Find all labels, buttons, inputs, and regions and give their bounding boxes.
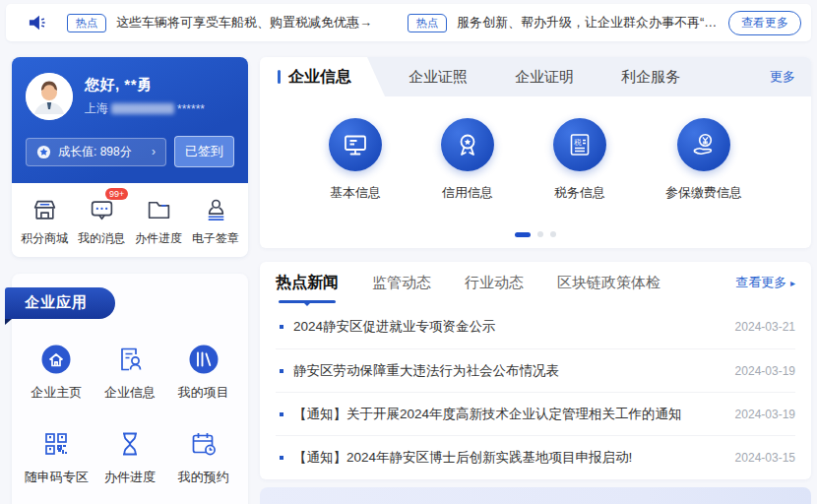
apps-grid: 企业主页 企业信息 (12, 343, 248, 504)
hourglass-icon (94, 427, 167, 461)
news-item[interactable]: 静安区劳动保障重大违法行为社会公布情况表 2024-03-19 (276, 348, 795, 392)
tab-industry-updates[interactable]: 行业动态 (465, 262, 524, 303)
services-row: 基本信息 信用信息 (260, 96, 811, 202)
company-info-icon (94, 343, 167, 376)
app-item-case-progress[interactable]: 办件进度 (94, 427, 167, 486)
stamp-icon (188, 195, 243, 224)
app-label: 我的项目 (166, 384, 240, 402)
view-more-link[interactable]: 查看更多 ▸ (735, 274, 795, 291)
announcement-item[interactable]: 热点 这些车辆将可享受车船税、购置税减免优惠→ (67, 14, 408, 32)
service-insurance-payment-info[interactable]: 参保缴费信息 (665, 118, 742, 202)
redacted-text (111, 103, 174, 114)
bullet-icon (280, 412, 283, 416)
app-label: 办件进度 (94, 469, 167, 486)
tab-regulatory-updates[interactable]: 监管动态 (372, 262, 431, 303)
app-item-suishen-code[interactable]: 随申码专区 (20, 427, 94, 486)
view-more-button[interactable]: 查看更多 (728, 11, 801, 35)
growth-value-label: 成长值: 898分 (58, 144, 152, 160)
quick-action-label: 电子签章 (188, 230, 243, 247)
services-tabbar: 企业信息 企业证照 企业证明 利企服务 更多 (260, 57, 811, 96)
announcement-bar: 热点 这些车辆将可享受车船税、购置税减免优惠→ 热点 服务创新、帮办升级，让企业… (6, 4, 811, 41)
quick-action-e-signature[interactable]: 电子签章 (188, 195, 243, 247)
news-date: 2024-03-21 (735, 320, 795, 334)
news-item[interactable]: 【通知】关于开展2024年度高新技术企业认定管理相关工作的通知 2024-03-… (276, 392, 795, 435)
hot-badge: 热点 (408, 14, 447, 32)
projects-icon (166, 343, 240, 376)
app-item-company-homepage[interactable]: 企业主页 (20, 343, 94, 402)
signed-in-button[interactable]: 已签到 (174, 136, 234, 167)
speaker-icon (28, 13, 49, 32)
quick-action-my-messages[interactable]: 99+ 我的消息 (74, 195, 129, 247)
active-tab-marker (278, 70, 281, 84)
home-icon (20, 343, 94, 376)
profile-card-top: 您好, **勇 上海 ****** 成长值: (12, 57, 248, 183)
more-link[interactable]: 更多 (770, 57, 811, 96)
carousel-dot[interactable] (537, 231, 543, 237)
quick-action-label: 我的消息 (74, 230, 129, 247)
growth-value-bar[interactable]: 成长值: 898分 › (26, 138, 166, 166)
news-item[interactable]: 2024静安区促进就业专项资金公示 2024-03-21 (276, 305, 795, 348)
hand-yuan-icon (677, 118, 730, 171)
bullet-icon (280, 325, 283, 329)
bullet-icon (280, 456, 283, 460)
tab-enterprise-certificates[interactable]: 企业证明 (491, 57, 597, 96)
quick-actions: 积分商城 99+ 我的消息 (12, 183, 248, 257)
monitor-icon (329, 118, 382, 171)
tab-enterprise-services[interactable]: 利企服务 (597, 57, 704, 96)
carousel-dot[interactable] (550, 231, 556, 237)
quick-action-case-progress[interactable]: 办件进度 (131, 195, 186, 247)
service-label: 参保缴费信息 (665, 184, 742, 202)
hot-badge: 热点 (67, 14, 106, 32)
medal-icon (441, 118, 494, 171)
app-label: 随申码专区 (20, 469, 94, 486)
app-item-company-info[interactable]: 企业信息 (94, 343, 167, 402)
tab-enterprise-licenses[interactable]: 企业证照 (385, 57, 491, 96)
service-label: 税务信息 (553, 184, 606, 202)
service-label: 基本信息 (329, 184, 382, 202)
unread-count-badge: 99+ (105, 188, 128, 200)
news-title[interactable]: 静安区劳动保障重大违法行为社会公布情况表 (293, 362, 720, 380)
quick-action-points-mall[interactable]: 积分商城 (17, 195, 72, 247)
service-tax-info[interactable]: 税 税务信息 (553, 118, 606, 202)
avatar[interactable] (26, 73, 73, 120)
chevron-right-icon: › (152, 145, 156, 158)
news-date: 2024-03-19 (735, 408, 795, 421)
quick-action-label: 积分商城 (17, 230, 72, 247)
enterprise-info-panel: 企业信息 企业证照 企业证明 利企服务 更多 基本信息 (260, 57, 811, 248)
news-title[interactable]: 【通知】2024年静安区博士后创新实践基地项目申报启动! (293, 449, 720, 467)
news-title[interactable]: 【通知】关于开展2024年度高新技术企业认定管理相关工作的通知 (293, 406, 720, 423)
news-title[interactable]: 2024静安区促进就业专项资金公示 (293, 318, 720, 336)
tab-hot-news[interactable]: 热点新闻 (276, 262, 339, 303)
announcement-item[interactable]: 热点 服务创新、帮办升级，让企业群众办事不再“雾里看花... (408, 14, 728, 32)
svg-text:税: 税 (573, 138, 582, 147)
profile-card: 您好, **勇 上海 ****** 成长值: (12, 57, 248, 257)
folder-icon (131, 195, 186, 224)
right-column: 企业信息 企业证照 企业证明 利企服务 更多 基本信息 (260, 57, 811, 504)
calendar-clock-icon (166, 427, 240, 461)
service-basic-info[interactable]: 基本信息 (329, 118, 382, 202)
tab-enterprise-info[interactable]: 企业信息 (260, 57, 385, 96)
service-label: 信用信息 (441, 184, 494, 202)
news-panel: 热点新闻 监管动态 行业动态 区块链政策体检 查看更多 ▸ 2024静安区促进就… (260, 262, 811, 479)
app-label: 企业主页 (20, 384, 94, 402)
carousel-dot[interactable] (515, 232, 531, 237)
app-item-my-projects[interactable]: 我的项目 (166, 343, 240, 402)
left-column: 您好, **勇 上海 ****** 成长值: (12, 57, 248, 504)
carousel-dots (260, 231, 811, 237)
quick-action-label: 办件进度 (131, 230, 186, 247)
tab-blockchain-policy-check[interactable]: 区块链政策体检 (557, 262, 660, 303)
section-title-ribbon: 企业应用 (5, 287, 115, 319)
news-item[interactable]: 【通知】2024年静安区博士后创新实践基地项目申报启动! 2024-03-15 (276, 435, 795, 478)
enterprise-apps-panel: 企业应用 企业主页 (12, 274, 248, 504)
user-location: 上海 ****** (85, 100, 205, 117)
announcement-text[interactable]: 这些车辆将可享受车船税、购置税减免优惠→ (116, 14, 372, 32)
app-label: 企业信息 (94, 384, 167, 402)
app-item-my-appointments[interactable]: 我的预约 (166, 427, 240, 486)
tax-document-icon: 税 (553, 118, 606, 171)
news-date: 2024-03-15 (735, 451, 795, 465)
promo-banner[interactable] (260, 487, 811, 504)
announcement-text[interactable]: 服务创新、帮办升级，让企业群众办事不再“雾里看花... (457, 14, 728, 32)
app-label: 我的预约 (166, 469, 240, 486)
main-content: 您好, **勇 上海 ****** 成长值: (12, 57, 811, 504)
service-credit-info[interactable]: 信用信息 (441, 118, 494, 202)
